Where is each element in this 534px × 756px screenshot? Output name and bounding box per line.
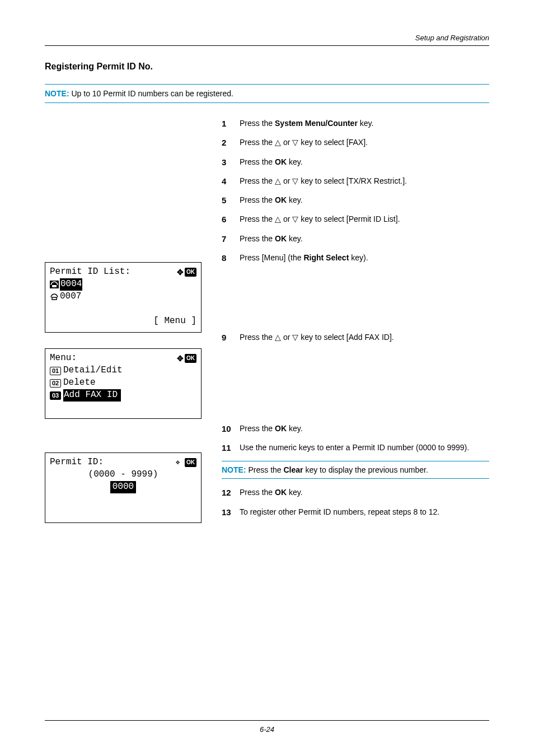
page-number: 6-24 bbox=[0, 725, 534, 734]
lcd3-value: 0000 bbox=[110, 481, 136, 493]
step-2: Press the △ or ▽ key to select [FAX]. bbox=[222, 137, 489, 148]
step-12: Press the OK key. bbox=[222, 487, 489, 498]
footer: 6-24 bbox=[0, 720, 534, 734]
menu-num-1: 01 bbox=[50, 367, 61, 375]
lcd-menu: Menu: ✥ OK 01 Detail/Edit 02 Delete 03 A… bbox=[45, 348, 202, 419]
subheading: Registering Permit ID No. bbox=[45, 62, 489, 72]
note-prefix: NOTE: bbox=[222, 465, 246, 474]
nav-ok-icon: ✥ OK bbox=[177, 267, 196, 278]
step-1: Press the System Menu/Counter key. bbox=[222, 118, 489, 129]
step-6: Press the △ or ▽ key to select [Permit I… bbox=[222, 213, 489, 225]
steps-column: Press the System Menu/Counter key. Press… bbox=[222, 118, 489, 525]
note-text: Up to 10 Permit ID numbers can be regist… bbox=[69, 89, 233, 98]
step-11: Use the numeric keys to enter a Permit I… bbox=[222, 442, 489, 453]
phone-icon bbox=[50, 293, 59, 301]
menu-item-add-fax: Add FAX ID bbox=[63, 389, 121, 402]
header-rule bbox=[45, 45, 489, 46]
lcd3-title: Permit ID: bbox=[50, 456, 176, 469]
lcd1-softkey: [ Menu ] bbox=[153, 315, 196, 328]
step-3: Press the OK key. bbox=[222, 156, 489, 167]
nav-ok-icon: ✥ OK bbox=[177, 353, 196, 364]
inline-note: NOTE: Press the Clear key to display the… bbox=[222, 461, 489, 479]
step-5: Press the OK key. bbox=[222, 194, 489, 206]
lcd-column: Permit ID List: ✥ OK 0004 0007 bbox=[45, 118, 207, 539]
lcd2-title: Menu: bbox=[50, 352, 177, 365]
menu-item-detail: Detail/Edit bbox=[63, 365, 123, 377]
step-4: Press the △ or ▽ key to select [TX/RX Re… bbox=[222, 175, 489, 186]
step-13: To register other Permit ID numbers, rep… bbox=[222, 506, 489, 517]
top-note: NOTE: Up to 10 Permit ID numbers can be … bbox=[45, 84, 489, 103]
spacer bbox=[222, 271, 489, 332]
phone-icon bbox=[50, 281, 59, 288]
lcd1-row1: 0004 bbox=[60, 278, 82, 291]
step-list: Press the System Menu/Counter key. Press… bbox=[222, 118, 489, 517]
lcd-permit-id-list: Permit ID List: ✥ OK 0004 0007 bbox=[45, 262, 202, 333]
lcd1-title: Permit ID List: bbox=[50, 266, 177, 278]
cursor-ok-icon: OK bbox=[176, 458, 196, 467]
footer-rule bbox=[45, 720, 489, 721]
menu-num-3: 03 bbox=[50, 391, 61, 400]
svg-rect-2 bbox=[52, 297, 57, 300]
step-7: Press the OK key. bbox=[222, 233, 489, 244]
lcd-permit-id-entry: Permit ID: OK (0000 - 9999) 0000 bbox=[45, 452, 202, 523]
step-10: Press the OK key. bbox=[222, 423, 489, 434]
step-8: Press [Menu] (the Right Select key). bbox=[222, 252, 489, 263]
lcd3-range: (0000 - 9999) bbox=[88, 469, 158, 481]
step-9: Press the △ or ▽ key to select [Add FAX … bbox=[222, 332, 489, 343]
menu-num-2: 02 bbox=[50, 379, 61, 388]
svg-rect-1 bbox=[52, 285, 57, 287]
note-prefix: NOTE: bbox=[45, 89, 69, 98]
menu-item-delete: Delete bbox=[63, 377, 96, 389]
header-label: Setup and Registration bbox=[45, 34, 489, 42]
lcd1-row2: 0007 bbox=[60, 291, 81, 303]
spacer bbox=[222, 351, 489, 423]
